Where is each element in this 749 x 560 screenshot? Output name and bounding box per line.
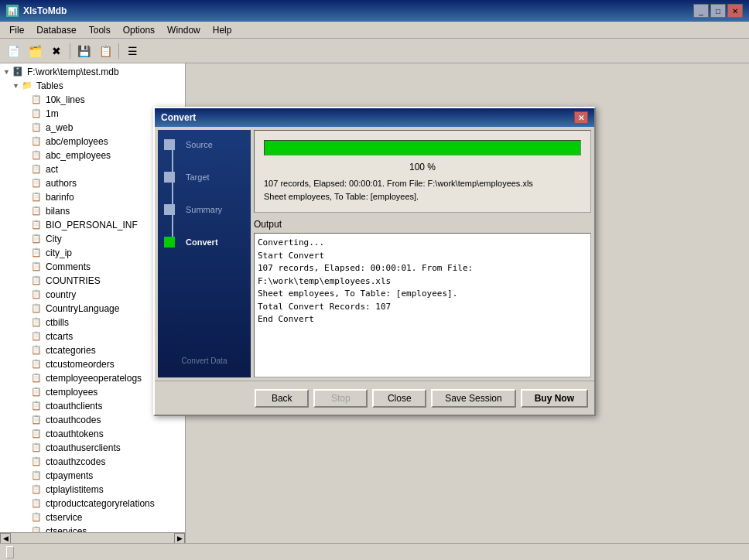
minimize-button[interactable]: _ [693,4,709,18]
maximize-button[interactable]: □ [710,4,726,18]
step-summary-indicator [164,204,175,215]
table-icon: 📋 [31,275,43,286]
save-session-button[interactable]: Save Session [431,389,515,408]
output-line-1: Converting... [258,237,587,250]
toolbar-list-button[interactable]: ☰ [122,42,142,60]
scroll-left-btn[interactable]: ◀ [0,533,11,544]
back-button[interactable]: Back [255,389,309,408]
tree-node-10k[interactable]: 📋 10k_lines [0,93,185,107]
dialog-close-button[interactable]: ✕ [574,111,588,124]
tables-expander[interactable]: ▼ [12,82,22,90]
table-icon: 📋 [31,289,43,300]
output-text[interactable]: Converting... Start Convert 107 records,… [254,233,591,377]
table-icon: 📋 [31,331,43,342]
buy-now-button[interactable]: Buy Now [521,389,588,408]
tree-hscrollbar[interactable]: ◀ ▶ [0,532,185,543]
root-label: F:\work\temp\test.mdb [27,67,119,77]
authors-label: authors [46,178,77,189]
wizard-bottom-label: Convert Data [158,350,251,371]
scroll-right-btn[interactable]: ▶ [174,533,185,544]
table-icon: 📋 [31,526,43,532]
table-icon: 📋 [31,303,43,314]
stop-button[interactable]: Stop [313,389,368,408]
tables-label: Tables [36,80,63,91]
table-icon: 📋 [31,470,43,481]
folder-icon: 📁 [22,80,34,91]
close-button[interactable]: Close [372,389,426,408]
tree-node-ctoauthzcodes[interactable]: 📋 ctoauthzcodes [0,455,185,469]
menu-tools[interactable]: Tools [83,22,117,38]
table-icon: 📋 [31,317,43,328]
dialog-body: Source Target Summary [155,127,594,381]
tree-node-ctservices[interactable]: 📋 ctservices [0,524,185,532]
table-icon: 📋 [31,108,43,119]
convert-content: 100 % 107 records, Elapsed: 00:00:01. Fr… [254,130,591,377]
convert-dialog: Convert ✕ Source [153,107,596,416]
progress-info-line2: Sheet employees, To Table: [employees]. [264,190,581,203]
window-close-button[interactable]: ✕ [727,4,743,18]
title-bar: 📊 XlsToMdb _ □ ✕ [0,0,749,22]
app-title: XlsToMdb [23,5,693,16]
menu-window[interactable]: Window [161,22,207,38]
table-icon: 📋 [31,373,43,384]
step-target-indicator [164,172,175,183]
table-icon: 📋 [31,164,43,175]
toolbar-new-button[interactable]: 📄 [3,42,23,60]
table-icon: 📋 [31,150,43,161]
step-source-indicator [164,139,175,150]
table-icon: 📋 [31,429,43,439]
dialog-title-text: Convert [161,112,574,123]
progress-info: 107 records, Elapsed: 00:00:01. From Fil… [264,177,581,203]
tree-node-ctoauthtokens[interactable]: 📋 ctoauthtokens [0,427,185,441]
tree-node-ctproduct[interactable]: 📋 ctproductcategoryrelations [0,497,185,510]
menu-file[interactable]: File [3,22,30,38]
table-icon: 📋 [31,415,43,425]
table-icon: 📋 [31,456,43,467]
toolbar: 📄 🗂️ ✖ 💾 📋 ☰ [0,39,749,63]
output-line-2: Start Convert [258,250,587,263]
status-bar [0,543,749,560]
output-section: Output Converting... Start Convert 107 r… [254,219,591,377]
tree-node-ctoauthusers[interactable]: 📋 ctoauthuserclients [0,441,185,455]
progress-bar-container [264,140,581,155]
toolbar-export-button[interactable]: 📋 [95,42,115,60]
dialog-title-bar: Convert ✕ [155,108,594,127]
table-icon: 📋 [31,442,43,453]
output-label: Output [254,219,591,230]
table-icon: 📋 [31,206,43,217]
toolbar-open-button[interactable]: 🗂️ [25,42,45,60]
toolbar-close-button[interactable]: ✖ [46,42,67,60]
countries-label: COUNTRIES [46,275,101,286]
table-icon: 📋 [31,345,43,356]
step-convert-indicator [164,237,175,248]
menu-help[interactable]: Help [207,22,238,38]
dialog-buttons: Back Stop Close Save Session Buy Now [155,381,594,415]
table-icon: 📋 [31,122,43,133]
progress-percent: 100 % [264,162,581,172]
menu-options[interactable]: Options [117,22,161,38]
tree-node-ctplaylist[interactable]: 📋 ctplaylistitems [0,483,185,497]
tree-node-ctservice[interactable]: 📋 ctservice [0,510,185,524]
table-icon: 📋 [31,94,43,105]
step-convert-label: Convert [186,237,218,247]
menu-database[interactable]: Database [30,22,82,38]
table-icon: 📋 [31,498,43,509]
root-expander[interactable]: ▼ [3,68,12,76]
table-icon: 📋 [31,387,43,398]
step-source-label: Source [186,139,213,149]
step-target-label: Target [186,172,210,182]
output-line-4: Sheet employees, To Table: [employees]. [258,288,587,301]
tree-root[interactable]: ▼ 🗄️ F:\work\temp\test.mdb [0,65,185,79]
tree-tables-folder[interactable]: ▼ 📁 Tables [0,79,185,93]
toolbar-save-button[interactable]: 💾 [74,42,94,60]
table-icon: 📋 [31,234,43,244]
database-icon: 🗄️ [12,67,25,77]
table-icon: 📋 [31,192,43,203]
table-icon: 📋 [31,136,43,147]
step-summary-label: Summary [186,204,222,214]
table-icon: 📋 [31,512,43,523]
window-controls: _ □ ✕ [693,4,743,18]
table-icon: 📋 [31,401,43,411]
tree-node-ctpayments[interactable]: 📋 ctpayments [0,469,185,483]
table-icon: 📋 [31,484,43,495]
